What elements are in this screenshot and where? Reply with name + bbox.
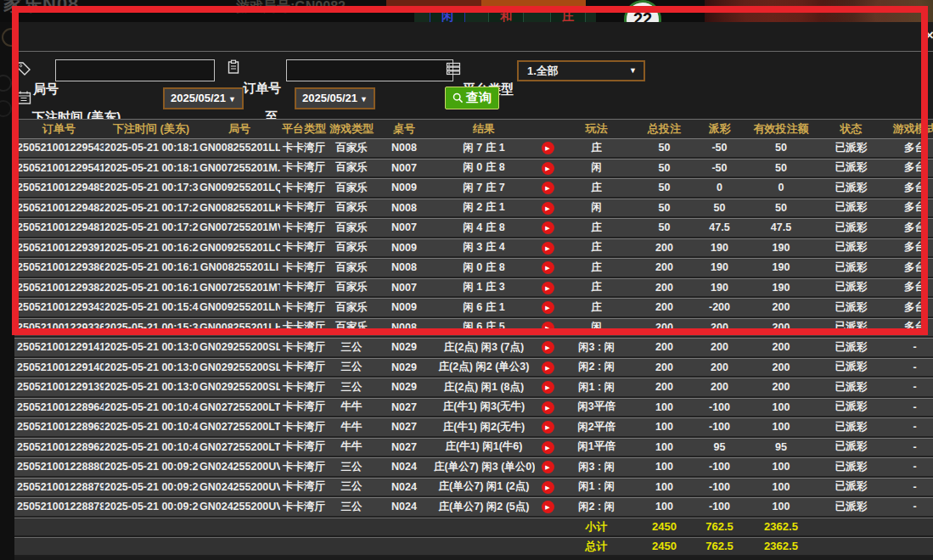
- query-button[interactable]: 查询: [445, 87, 499, 109]
- replay-play-button[interactable]: ▶: [542, 501, 554, 513]
- cell-bet-time: 2025-05-21 00:13:00: [104, 338, 199, 358]
- replay-play-button[interactable]: ▶: [542, 182, 554, 194]
- column-header: 平台类型: [280, 119, 328, 138]
- cell-platform: 卡卡湾厅: [280, 378, 328, 398]
- table-row: 250521001228878 2025-05-21 00:09:26 GN02…: [14, 497, 933, 518]
- cell-wager: 闲: [560, 159, 632, 179]
- cell-total-bet: 200: [632, 318, 696, 339]
- close-icon[interactable]: ×: [925, 27, 933, 44]
- cell-game-type: 百家乐: [328, 199, 375, 219]
- cell-game-type: 百家乐: [328, 178, 375, 199]
- replay-play-button[interactable]: ▶: [542, 221, 554, 234]
- cell-table-no: N007: [375, 278, 433, 299]
- cell-platform: 卡卡湾厅: [280, 398, 328, 418]
- cell-payout: 190: [696, 238, 743, 259]
- chevron-down-icon: ▼: [228, 95, 236, 104]
- cell-platform: 卡卡湾厅: [280, 358, 328, 378]
- replay-play-button[interactable]: ▶: [542, 401, 554, 414]
- round-no-input[interactable]: [55, 59, 215, 81]
- cell-total-bet: 100: [632, 457, 696, 478]
- replay-play-button[interactable]: ▶: [542, 142, 554, 154]
- cell-game-mode: -: [883, 358, 933, 378]
- background-roadmap-circle: [0, 100, 12, 117]
- table-row: 250521001229541 2025-05-21 00:18:16 GN00…: [14, 159, 933, 179]
- cell-platform: 卡卡湾厅: [280, 417, 328, 438]
- cell-platform: 卡卡湾厅: [280, 438, 328, 458]
- cell-game-mode: -: [883, 378, 933, 398]
- replay-play-button[interactable]: ▶: [542, 461, 554, 473]
- replay-play-button[interactable]: ▶: [542, 441, 554, 454]
- cell-game-mode: 多台: [883, 318, 933, 339]
- cell-game-mode: -: [883, 457, 933, 478]
- cell-platform: 卡卡湾厅: [280, 338, 328, 358]
- table-row: 250521001229140 2025-05-21 00:13:00 GN02…: [14, 358, 933, 378]
- cell-order-no: 250521001229141: [14, 338, 104, 358]
- subtotal-payout: 762.5: [696, 518, 743, 537]
- cell-replay: ▶: [535, 159, 560, 179]
- cell-platform: 卡卡湾厅: [280, 478, 328, 498]
- cell-table-no: N027: [375, 417, 433, 438]
- cell-valid-bet: 190: [743, 278, 819, 299]
- cell-game-mode: 多台: [883, 178, 933, 199]
- cell-bet-time: 2025-05-21 00:17:27: [104, 218, 199, 238]
- cell-result: 闲 1 庄 3: [433, 278, 535, 299]
- cell-replay: ▶: [535, 298, 560, 318]
- date-to-picker[interactable]: 2025/05/21▼: [295, 87, 375, 109]
- cell-platform: 卡卡湾厅: [280, 318, 328, 339]
- replay-play-button[interactable]: ▶: [542, 322, 554, 334]
- platform-type-select[interactable]: 1.全部 ▼: [517, 60, 645, 81]
- cell-game-type: 百家乐: [328, 278, 375, 299]
- cell-platform: 卡卡湾厅: [280, 159, 328, 179]
- cell-total-bet: 100: [632, 438, 696, 458]
- cell-result: 庄(单公7) 闲2 (5点): [433, 497, 535, 518]
- redaction-bar-dark: [386, 0, 481, 8]
- redaction-bar-orange: [481, 0, 586, 8]
- date-from-value: 2025/05/21: [171, 92, 226, 104]
- cell-round-no: GN007255201M...: [199, 159, 280, 179]
- cell-order-no: 250521001229482: [14, 199, 104, 219]
- replay-play-button[interactable]: ▶: [542, 361, 554, 374]
- cell-bet-time: 2025-05-21 00:16:19: [104, 258, 199, 278]
- column-header: 结果: [433, 119, 535, 138]
- cell-round-no: GN027255200LT: [199, 417, 280, 438]
- tag-icon: [16, 61, 31, 76]
- replay-play-button[interactable]: ▶: [542, 261, 554, 274]
- cell-table-no: N009: [375, 178, 433, 199]
- cell-payout: 200: [696, 378, 743, 398]
- cell-order-no: 250521001229343: [14, 298, 104, 318]
- cell-replay: ▶: [535, 258, 560, 278]
- replay-play-button[interactable]: ▶: [542, 481, 554, 494]
- cell-order-no: 250521001229481: [14, 218, 104, 238]
- total-bet: 2450: [632, 537, 696, 557]
- replay-play-button[interactable]: ▶: [542, 381, 554, 394]
- cell-platform: 卡卡湾厅: [280, 238, 328, 259]
- cell-bet-time: 2025-05-21 00:09:26: [104, 457, 199, 478]
- cell-replay: ▶: [535, 417, 560, 438]
- replay-play-button[interactable]: ▶: [542, 162, 554, 175]
- cell-table-no: N024: [375, 497, 433, 518]
- order-no-input[interactable]: [286, 59, 453, 81]
- cell-replay: ▶: [535, 358, 560, 378]
- cell-game-type: 牛牛: [328, 417, 375, 438]
- table-row: 250521001229386 2025-05-21 00:16:19 GN00…: [14, 258, 933, 278]
- replay-play-button[interactable]: ▶: [542, 421, 554, 434]
- cell-game-type: 牛牛: [328, 438, 375, 458]
- cell-valid-bet: 50: [743, 199, 819, 219]
- cell-wager: 闲3 : 闲: [560, 457, 632, 478]
- cell-wager: 庄: [560, 178, 632, 199]
- cell-game-type: 百家乐: [328, 318, 375, 339]
- cell-status: 已派彩: [819, 338, 883, 358]
- replay-play-button[interactable]: ▶: [542, 282, 554, 294]
- replay-play-button[interactable]: ▶: [542, 202, 554, 215]
- replay-play-button[interactable]: ▶: [542, 341, 554, 354]
- cell-round-no: GN009255201LQ: [199, 178, 280, 199]
- cell-bet-time: 2025-05-21 00:10:41: [104, 398, 199, 418]
- replay-play-button[interactable]: ▶: [542, 242, 554, 255]
- date-from-picker[interactable]: 2025/05/21▼: [163, 87, 244, 109]
- cell-total-bet: 100: [632, 497, 696, 518]
- replay-play-button[interactable]: ▶: [542, 301, 554, 314]
- table-row: 250521001229336 2025-05-21 00:15:36 GN00…: [14, 318, 933, 339]
- cell-payout: 0: [696, 178, 743, 199]
- cell-order-no: 250521001229382: [14, 278, 104, 299]
- cell-bet-time: 2025-05-21 00:09:26: [104, 478, 199, 498]
